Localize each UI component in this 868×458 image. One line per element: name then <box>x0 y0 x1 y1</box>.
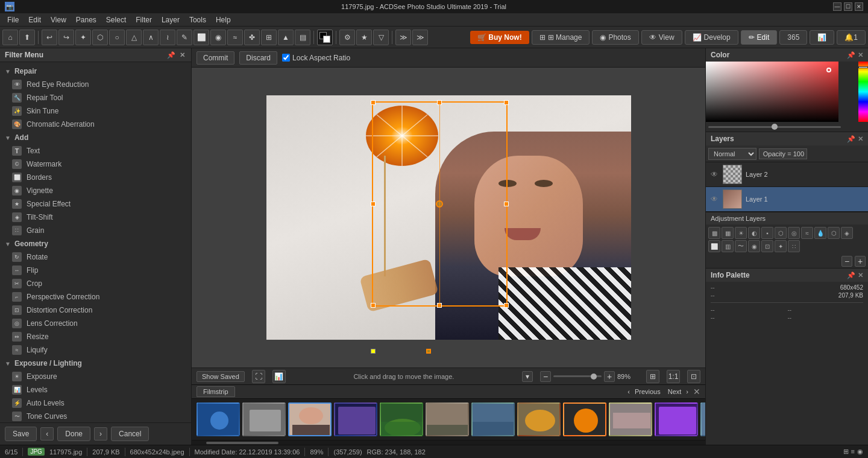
zoom-in-btn[interactable]: + <box>604 371 615 382</box>
toolbar-btn-13[interactable]: ◉ <box>210 30 226 45</box>
filter-auto-levels[interactable]: ⚡ Auto Levels <box>0 396 191 410</box>
filter-crop[interactable]: ✂ Crop <box>0 277 191 290</box>
minimize-btn[interactable]: — <box>833 2 841 11</box>
panel-pin-btn[interactable]: 📌 <box>167 51 175 59</box>
filter-lens[interactable]: ◎ Lens Correction <box>0 317 191 330</box>
filter-levels[interactable]: 📊 Levels <box>0 383 191 396</box>
tab-manage[interactable]: ⊞ ⊞ Manage <box>532 30 590 45</box>
menu-tools[interactable]: Tools <box>184 14 211 25</box>
filter-watermark[interactable]: © Watermark <box>0 157 191 171</box>
adj-btn-17[interactable]: ✦ <box>775 240 787 252</box>
toolbar-btn-fg[interactable] <box>317 30 333 45</box>
tab-365[interactable]: 365 <box>779 30 807 45</box>
toolbar-btn-12[interactable]: ⬜ <box>193 30 209 45</box>
blend-mode-select[interactable]: Normal Multiply Screen Overlay <box>708 148 756 160</box>
toolbar-btn-6[interactable]: ⬡ <box>92 30 108 45</box>
adj-btn-15[interactable]: ◉ <box>748 240 760 252</box>
close-btn[interactable]: ✕ <box>855 2 863 11</box>
adj-btn-10[interactable]: ⬡ <box>828 227 840 239</box>
toolbar-btn-gear[interactable]: ⚙ <box>339 30 355 45</box>
menu-layer[interactable]: Layer <box>157 14 184 25</box>
layer-item-1[interactable]: 👁 Layer 1 <box>706 187 868 212</box>
toolbar-more-right[interactable]: ≫ <box>412 30 428 45</box>
adj-btn-8[interactable]: ≈ <box>801 227 813 239</box>
filter-tilt-shift[interactable]: ◈ Tilt-Shift <box>0 211 191 224</box>
filter-tone-curves[interactable]: 〜 Tone Curves <box>0 410 191 422</box>
dropdown-arrow[interactable]: ▾ <box>522 371 533 382</box>
info-pin-btn[interactable]: 📌 <box>847 272 855 279</box>
filter-text[interactable]: T Text <box>0 144 191 157</box>
filmstrip-prev-arrow[interactable]: ‹ <box>627 388 630 395</box>
filter-red-eye[interactable]: 👁 Red Eye Reduction <box>0 78 191 91</box>
adj-btn-6[interactable]: ⬡ <box>775 227 787 239</box>
filter-liquify[interactable]: ≈ Liquify <box>0 343 191 357</box>
filmstrip-scrollbar[interactable] <box>192 440 705 445</box>
filmstrip-thumb-2[interactable] <box>242 402 286 436</box>
tab-stats[interactable]: 📊 <box>810 30 834 45</box>
toolbar-btn-14[interactable]: ≈ <box>227 30 243 45</box>
adj-btn-11[interactable]: ◈ <box>841 227 853 239</box>
tab-edit[interactable]: ✏ Edit <box>741 30 778 45</box>
filmstrip-next-arrow[interactable]: › <box>686 388 688 395</box>
buy-now-button[interactable]: 🛒 Buy Now! <box>470 31 529 44</box>
adj-btn-7[interactable]: ◎ <box>788 227 800 239</box>
adj-btn-14[interactable]: 〜 <box>735 240 747 252</box>
toolbar-btn-2[interactable]: ⬆ <box>19 30 35 45</box>
adj-btn-2[interactable]: ▦ <box>722 227 734 239</box>
menu-view[interactable]: View <box>46 14 71 25</box>
filmstrip-next-label[interactable]: Next <box>668 388 682 395</box>
chart-btn[interactable]: 📊 <box>272 370 286 383</box>
toolbar-btn-triangle[interactable]: ▽ <box>373 30 389 45</box>
lock-aspect-ratio-checkbox[interactable]: Lock Aspect Ratio <box>282 54 350 62</box>
color-opacity-slider[interactable] <box>708 126 841 128</box>
layers-pin-btn[interactable]: 📌 <box>847 135 855 143</box>
filter-skin-tune[interactable]: ✨ Skin Tune <box>0 104 191 118</box>
layer-item-2[interactable]: 👁 Layer 2 <box>706 162 868 187</box>
menu-select[interactable]: Select <box>101 14 131 25</box>
filter-borders[interactable]: ⬜ Borders <box>0 171 191 184</box>
filmstrip-thumb-4[interactable] <box>334 402 377 436</box>
toolbar-btn-17[interactable]: ▲ <box>278 30 294 45</box>
menu-panes[interactable]: Panes <box>71 14 101 25</box>
layer-2-visibility-eye[interactable]: 👁 <box>709 170 719 179</box>
prev-button[interactable]: ‹ <box>40 427 54 441</box>
tab-develop[interactable]: 📈 Develop <box>685 30 738 45</box>
commit-button[interactable]: Commit <box>197 51 234 65</box>
lock-checkbox-input[interactable] <box>282 54 290 62</box>
filmstrip-thumb-1[interactable] <box>197 402 240 436</box>
filter-resize[interactable]: ⇔ Resize <box>0 330 191 343</box>
toolbar-btn-15[interactable]: ✤ <box>244 30 260 45</box>
section-exposure[interactable]: ▼ Exposure / Lighting <box>0 357 191 370</box>
filter-exposure[interactable]: ☀ Exposure <box>0 370 191 383</box>
filmstrip-thumb-11[interactable] <box>655 402 698 436</box>
adj-add-btn[interactable]: + <box>855 256 866 267</box>
adj-btn-18[interactable]: ∷ <box>788 240 800 252</box>
filmstrip-previous-label[interactable]: Previous <box>635 388 661 395</box>
filter-grain[interactable]: ∷ Grain <box>0 224 191 237</box>
tab-notif[interactable]: 🔔1 <box>837 30 866 45</box>
cancel-button[interactable]: Cancel <box>111 427 149 441</box>
menu-file[interactable]: File <box>2 14 24 25</box>
filmstrip-thumb-8[interactable] <box>517 402 561 436</box>
filmstrip-thumb-6[interactable] <box>426 402 469 436</box>
panel-close-btn[interactable]: ✕ <box>178 51 186 59</box>
filmstrip-tab[interactable]: Filmstrip <box>197 386 235 397</box>
filter-rotate[interactable]: ↻ Rotate <box>0 250 191 264</box>
toolbar-btn-1[interactable]: ⌂ <box>2 30 18 45</box>
layers-close-btn[interactable]: ✕ <box>858 135 863 143</box>
section-geometry[interactable]: ▼ Geometry <box>0 237 191 250</box>
zoom-slider[interactable] <box>553 375 602 377</box>
zoom-lock-btn[interactable]: ⊞ <box>646 370 659 383</box>
save-button[interactable]: Save <box>5 427 37 441</box>
toolbar-btn-11[interactable]: ✎ <box>177 30 192 45</box>
toolbar-btn-4[interactable]: ↪ <box>58 30 74 45</box>
ratio-btn[interactable]: 1:1 <box>667 370 680 383</box>
color-pin-btn[interactable]: 📌 <box>847 51 855 59</box>
toolbar-btn-10[interactable]: ≀ <box>160 30 175 45</box>
zoom-out-btn[interactable]: − <box>540 371 551 382</box>
filter-chromatic-aberration[interactable]: 🎨 Chromatic Aberration <box>0 118 191 131</box>
adj-remove-btn[interactable]: − <box>841 256 852 267</box>
adj-btn-1[interactable]: ▩ <box>708 227 720 239</box>
toolbar-btn-16[interactable]: ⊞ <box>261 30 277 45</box>
fit-btn[interactable]: ⊡ <box>687 370 700 383</box>
